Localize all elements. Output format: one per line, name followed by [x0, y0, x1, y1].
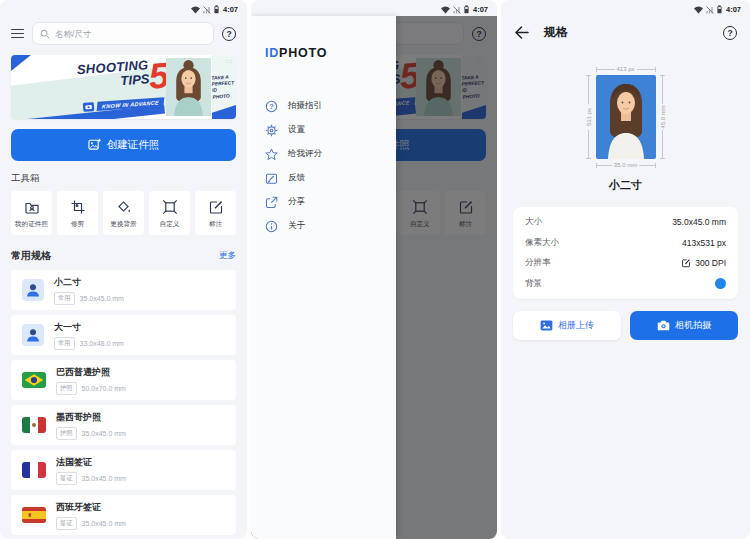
tool-label: 修剪: [58, 220, 97, 229]
create-id-photo-button[interactable]: 创建证件照: [11, 129, 236, 161]
search-box[interactable]: [32, 22, 214, 45]
spec-item-size: 35.0x45.0 mm: [80, 295, 124, 302]
menu-label: 给我评分: [288, 148, 322, 160]
help-button[interactable]: ?: [723, 26, 737, 40]
album-icon: [540, 320, 553, 331]
spec-details-card: 大小 35.0x45.0 mm 像素大小 413x531 px 分辨率 300 …: [513, 207, 738, 299]
detail-row-pixel-size: 像素大小 413x531 px: [525, 233, 726, 254]
specs-header: 常用规格 更多: [11, 249, 236, 263]
promo-banner[interactable]: SHOOTING TIPS 5 KNOW IN ADVANCE ::: TAKE…: [11, 55, 236, 119]
banner-side-panel: ::: TAKE A PERFECT ID PHOTO: [212, 55, 236, 119]
wifi-icon: [191, 6, 200, 14]
spec-list-item[interactable]: 大一寸 常用33.0x48.0 mm: [11, 315, 236, 355]
detail-label: 像素大小: [525, 237, 559, 249]
spec-item-name: 大一寸: [54, 321, 124, 334]
france-flag-icon: [22, 462, 46, 478]
hamburger-menu-button[interactable]: [11, 29, 24, 39]
signal-off-icon: [203, 6, 211, 14]
spec-item-size: 35.0x45.0 mm: [82, 475, 126, 482]
spec-list-item[interactable]: 小二寸 常用35.0x45.0 mm: [11, 270, 236, 310]
ruler-left: 531 px: [585, 75, 593, 159]
wifi-icon: [441, 6, 450, 14]
mexico-flag-icon: [22, 417, 46, 433]
spec-list-item[interactable]: 法国签证 签证35.0x45.0 mm: [11, 450, 236, 490]
menu-item-share[interactable]: 分享: [265, 190, 396, 214]
specs-more-link[interactable]: 更多: [219, 250, 236, 262]
specs-title: 常用规格: [11, 249, 51, 263]
tool-custom-size[interactable]: 自定义: [149, 191, 190, 235]
tool-my-id-photos[interactable]: 我的证件照: [11, 191, 52, 235]
crop-icon: [58, 199, 97, 215]
help-icon: ?: [226, 29, 231, 39]
photo-preview-block: 413 px 531 px 45.0 mm 35.0 mm: [585, 65, 667, 169]
ruler-top: 413 px: [596, 65, 656, 73]
tool-label: 我的证件照: [12, 220, 51, 229]
signal-off-icon: [453, 6, 461, 14]
menu-label: 分享: [288, 196, 305, 208]
drawer-menu: ? 拍摄指引 设置 给我评分 反馈 分享: [265, 94, 396, 238]
detail-value: 413x531 px: [682, 238, 726, 248]
menu-item-settings[interactable]: 设置: [265, 118, 396, 142]
menu-item-about[interactable]: 关于: [265, 214, 396, 238]
create-photo-icon: [88, 138, 101, 153]
detail-row-resolution: 分辨率 300 DPI: [525, 253, 726, 274]
tool-crop[interactable]: 修剪: [57, 191, 98, 235]
signal-off-icon: [706, 6, 714, 14]
detail-value-resolution[interactable]: 300 DPI: [681, 258, 726, 268]
spec-item-name: 巴西普通护照: [56, 366, 126, 379]
tool-label: 自定义: [150, 220, 189, 229]
detail-label: 背景: [525, 278, 542, 290]
clock-time: 4:07: [223, 5, 238, 14]
banner-side-block-decoration: [212, 105, 236, 119]
custom-size-icon: [150, 199, 189, 215]
banner-title: SHOOTING TIPS: [68, 58, 150, 91]
tool-label: 标注: [196, 220, 235, 229]
detail-label: 分辨率: [525, 257, 551, 269]
help-button[interactable]: ?: [222, 27, 236, 41]
status-bar: 4:07: [501, 0, 750, 16]
tool-change-background[interactable]: 更换背景: [103, 191, 144, 235]
page-header: 规格 ?: [501, 16, 750, 49]
help-icon: ?: [727, 28, 732, 38]
album-upload-button[interactable]: 相册上传: [513, 311, 621, 340]
menu-label: 设置: [288, 124, 305, 136]
menu-item-rate-me[interactable]: 给我评分: [265, 142, 396, 166]
feedback-icon: [265, 172, 278, 185]
battery-icon: [717, 5, 722, 14]
spec-item-name: 墨西哥护照: [56, 411, 126, 424]
tool-annotate[interactable]: 标注: [195, 191, 236, 235]
screenshot-stage: 4:07 ? SHOOTING TIPS 5 KNOW IN ADVANCE: [0, 0, 750, 539]
detail-label: 大小: [525, 216, 542, 228]
spec-list-item[interactable]: 墨西哥护照 护照35.0x45.0 mm: [11, 405, 236, 445]
detail-row-size: 大小 35.0x45.0 mm: [525, 212, 726, 233]
battery-icon: [464, 5, 469, 14]
back-button[interactable]: [514, 26, 529, 39]
spec-item-name: 小二寸: [54, 276, 124, 289]
spec-item-name: 西班牙签证: [56, 501, 126, 514]
screen-home: 4:07 ? SHOOTING TIPS 5 KNOW IN ADVANCE: [0, 0, 247, 539]
edit-icon: [681, 258, 691, 268]
spec-list-item[interactable]: 西班牙签证 签证35.0x45.0 mm: [11, 495, 236, 535]
detail-row-background: 背景: [525, 274, 726, 295]
clock-time: 4:07: [473, 5, 488, 14]
wifi-icon: [694, 6, 703, 14]
clock-time: 4:07: [726, 5, 741, 14]
spec-item-size: 33.0x48.0 mm: [80, 340, 124, 347]
spec-list-item[interactable]: 巴西普通护照 护照50.0x70.0 mm: [11, 360, 236, 400]
menu-label: 拍摄指引: [288, 100, 322, 112]
menu-item-shooting-guide[interactable]: ? 拍摄指引: [265, 94, 396, 118]
search-input[interactable]: [55, 29, 206, 39]
app-logo: IDPHOTO: [265, 46, 396, 60]
guide-icon: ?: [265, 100, 278, 113]
spec-item-badge: 常用: [54, 292, 75, 305]
annotate-icon: [196, 199, 235, 215]
camera-capture-button[interactable]: 相机拍摄: [630, 311, 738, 340]
camera-icon: [657, 320, 670, 331]
menu-item-feedback[interactable]: 反馈: [265, 166, 396, 190]
banner-dots-decoration: :::: [226, 58, 233, 64]
status-bar: 4:07: [0, 0, 247, 16]
settings-gear-icon: [265, 124, 278, 137]
spain-flag-icon: [22, 507, 46, 523]
spec-item-size: 50.0x70.0 mm: [82, 385, 126, 392]
background-color-dot: [715, 278, 726, 289]
